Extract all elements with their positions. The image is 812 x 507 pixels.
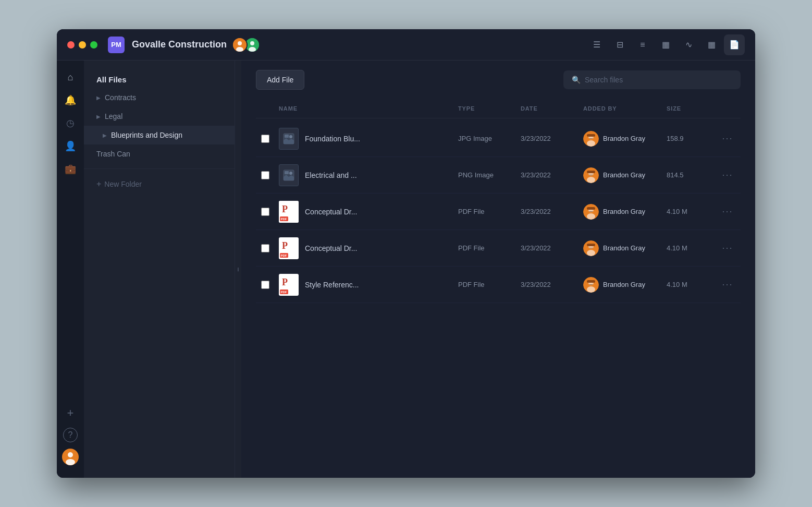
more-button-4[interactable]: ··· (715, 240, 741, 256)
file-name-3: Conceptual Dr... (305, 208, 357, 216)
nav-add[interactable]: + (60, 403, 81, 424)
user-name-5: Brandon Gray (603, 281, 645, 288)
nav-help[interactable]: ? (63, 428, 78, 442)
svg-rect-26 (587, 171, 595, 173)
row-checkbox-1[interactable] (256, 135, 275, 143)
row-checkbox-4[interactable] (256, 244, 275, 252)
col-date: DATE (516, 103, 579, 114)
more-button-3[interactable]: ··· (715, 204, 741, 219)
new-folder-button[interactable]: + New Folder (84, 174, 235, 194)
file-added-by-1: Brandon Gray (579, 131, 662, 147)
titlebar: PM Govalle Construction ☰ ⊟ ≡ (57, 29, 755, 61)
checkbox-3[interactable] (261, 208, 269, 216)
file-icon-1 (279, 128, 299, 150)
svg-point-44 (587, 250, 595, 256)
search-input[interactable] (585, 76, 732, 84)
table-row: P PDF Style Referenc... PDF File 3/23/20… (256, 267, 741, 303)
checkbox-1[interactable] (261, 135, 269, 143)
user-name-2: Brandon Gray (603, 171, 645, 179)
file-info-3: P PDF Conceptual Dr... (275, 201, 454, 223)
checkbox-2[interactable] (261, 171, 269, 179)
svg-text:PDF: PDF (281, 254, 287, 257)
file-table: NAME TYPE DATE ADDED BY SIZE (241, 99, 755, 478)
toolbar-file-icon[interactable]: 📄 (724, 34, 745, 55)
file-type-3: PDF File (454, 208, 516, 215)
file-info-5: P PDF Style Referenc... (275, 274, 454, 296)
col-checkbox (256, 103, 275, 114)
search-box: 🔍 (563, 70, 741, 89)
svg-rect-17 (587, 134, 595, 137)
file-name-2: Electrical and ... (305, 171, 357, 179)
file-icon-4: P PDF (279, 237, 299, 259)
col-type: TYPE (454, 103, 516, 114)
add-file-button[interactable]: Add File (256, 70, 304, 90)
svg-rect-37 (587, 207, 595, 210)
svg-rect-47 (587, 244, 595, 246)
toolbar-list-icon[interactable]: ☰ (586, 34, 607, 55)
file-info-4: P PDF Conceptual Dr... (275, 237, 454, 259)
toolbar-calendar-icon[interactable]: ▦ (701, 34, 722, 55)
file-date-3: 3/23/2022 (516, 208, 579, 215)
nav-user-avatar[interactable] (60, 446, 81, 467)
file-name-5: Style Referenc... (305, 281, 359, 289)
checkbox-5[interactable] (261, 281, 269, 289)
close-button[interactable] (67, 41, 75, 49)
file-info-1: Foundation Blu... (275, 128, 454, 150)
row-checkbox-2[interactable] (256, 171, 275, 179)
svg-rect-10 (285, 135, 289, 138)
file-added-by-3: Brandon Gray (579, 204, 662, 220)
file-added-by-2: Brandon Gray (579, 167, 662, 183)
checkbox-4[interactable] (261, 244, 269, 252)
svg-point-23 (587, 177, 595, 183)
toolbar-grid-icon[interactable]: ▦ (655, 34, 676, 55)
file-sidebar: All Files ▶ Contracts ▶ Legal ▶ Blueprin… (84, 61, 235, 478)
svg-point-7 (68, 452, 73, 457)
more-button-5[interactable]: ··· (715, 277, 741, 292)
file-icon-3: P PDF (279, 201, 299, 223)
toolbar-icons: ☰ ⊟ ≡ ▦ ∿ ▦ 📄 (586, 34, 745, 55)
avatar-4 (583, 240, 599, 256)
more-button-1[interactable]: ··· (715, 131, 741, 146)
nav-notifications[interactable]: 🔔 (60, 90, 81, 111)
nav-home[interactable]: ⌂ (60, 67, 81, 88)
sidebar-item-blueprints[interactable]: ▶ Blueprints and Design (84, 126, 235, 144)
user-name-4: Brandon Gray (603, 244, 645, 252)
more-button-2[interactable]: ··· (715, 167, 741, 183)
svg-point-1 (238, 41, 242, 45)
svg-point-14 (587, 140, 595, 147)
user-name-1: Brandon Gray (603, 135, 645, 142)
sidebar-collapse-handle[interactable]: ··· (235, 61, 241, 478)
svg-point-4 (250, 41, 254, 45)
avatar-5 (583, 277, 599, 293)
new-folder-plus: + (96, 179, 101, 189)
blueprints-arrow: ▶ (103, 132, 107, 138)
col-added-by: ADDED BY (579, 103, 662, 114)
row-checkbox-5[interactable] (256, 281, 275, 289)
all-files-link[interactable]: All Files (84, 71, 235, 88)
nav-projects[interactable]: 💼 (60, 159, 81, 179)
avatar-user1[interactable] (232, 37, 248, 53)
nav-people[interactable]: 👤 (60, 136, 81, 156)
search-icon: 🔍 (572, 76, 581, 84)
blueprints-label: Blueprints and Design (111, 131, 182, 139)
sidebar-item-legal[interactable]: ▶ Legal (84, 107, 235, 126)
col-actions (715, 103, 741, 114)
maximize-button[interactable] (90, 41, 97, 49)
nav-recent[interactable]: ◷ (60, 113, 81, 134)
avatar-1 (583, 131, 599, 147)
file-added-by-5: Brandon Gray (579, 277, 662, 293)
main-area: ⌂ 🔔 ◷ 👤 💼 + ? All Files (57, 61, 755, 478)
file-size-3: 4.10 M (662, 208, 715, 215)
toolbar-filter-icon[interactable]: ≡ (632, 34, 653, 55)
table-row: Electrical and ... PNG Image 3/23/2022 (256, 157, 741, 194)
minimize-button[interactable] (79, 41, 86, 49)
sidebar-item-contracts[interactable]: ▶ Contracts (84, 88, 235, 107)
sidebar-item-trash[interactable]: Trash Can (84, 144, 235, 163)
toolbar-columns-icon[interactable]: ⊟ (609, 34, 630, 55)
left-navigation: ⌂ 🔔 ◷ 👤 💼 + ? (57, 61, 84, 478)
file-date-1: 3/23/2022 (516, 135, 579, 142)
toolbar-chart-icon[interactable]: ∿ (678, 34, 699, 55)
file-type-2: PNG Image (454, 171, 516, 179)
col-name: NAME (275, 103, 454, 114)
row-checkbox-3[interactable] (256, 208, 275, 216)
